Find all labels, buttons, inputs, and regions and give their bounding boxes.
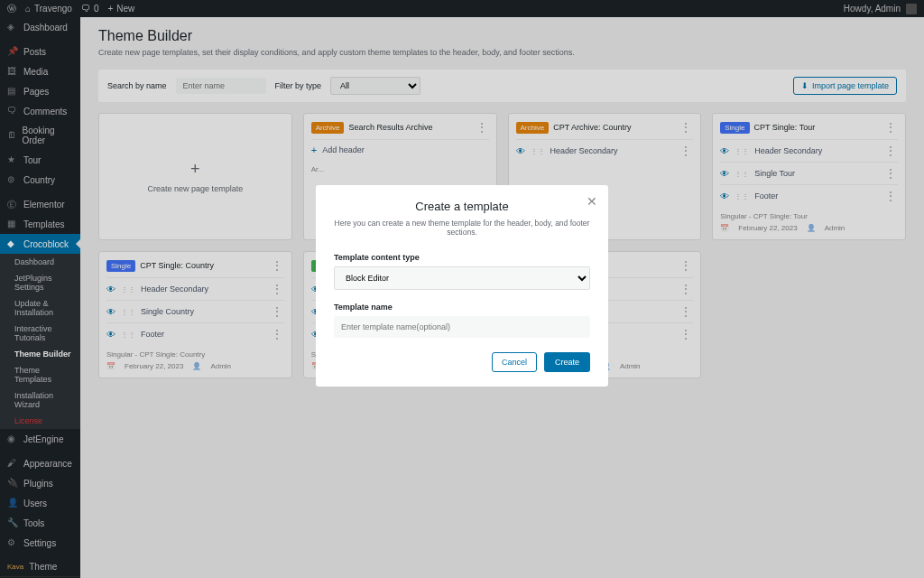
create-template-modal: ✕ Create a template Here you can create … <box>316 185 608 387</box>
modal-overlay[interactable]: ✕ Create a template Here you can create … <box>0 0 924 578</box>
modal-title: Create a template <box>334 200 590 213</box>
type-label: Template content type <box>334 253 590 262</box>
close-icon[interactable]: ✕ <box>587 194 597 209</box>
template-name-input[interactable] <box>334 316 590 338</box>
name-label: Template name <box>334 303 590 312</box>
content-type-select[interactable]: Block Editor <box>334 266 590 290</box>
modal-description: Here you can create a new theme template… <box>334 219 590 237</box>
cancel-button[interactable]: Cancel <box>492 352 537 372</box>
create-button[interactable]: Create <box>544 352 590 372</box>
